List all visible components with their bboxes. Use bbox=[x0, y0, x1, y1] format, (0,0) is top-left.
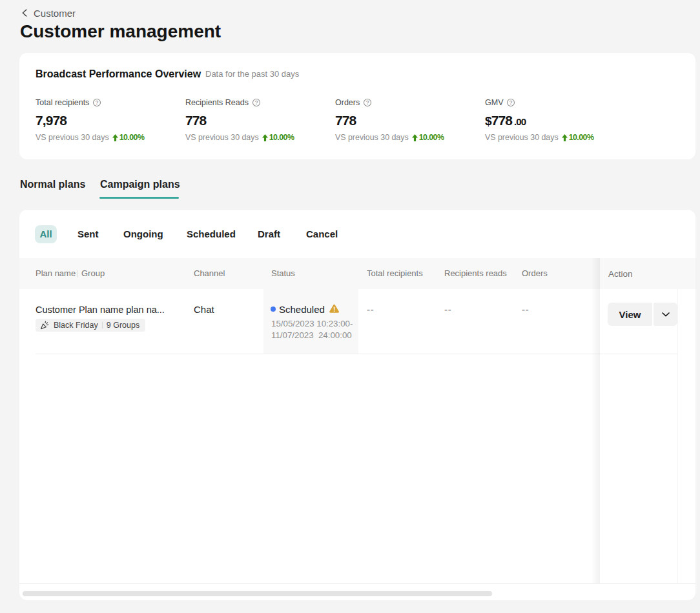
svg-text:?: ? bbox=[510, 99, 513, 105]
svg-text:?: ? bbox=[96, 99, 99, 105]
svg-text:?: ? bbox=[366, 99, 369, 105]
svg-text:?: ? bbox=[255, 99, 258, 105]
